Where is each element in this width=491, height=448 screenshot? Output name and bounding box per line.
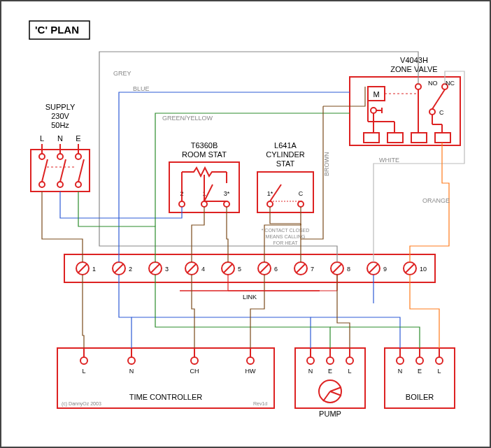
svg-line-67 — [151, 264, 159, 273]
junction-strip: 1 2 3 4 5 6 7 8 9 10 LINK — [64, 254, 435, 301]
svg-point-96 — [128, 357, 135, 364]
room-stat-label: ROOM STAT — [182, 150, 227, 159]
svg-point-100 — [247, 357, 254, 364]
svg-text:N: N — [308, 368, 313, 375]
svg-text:E: E — [328, 368, 332, 375]
svg-text:10: 10 — [420, 266, 427, 273]
svg-line-63 — [78, 264, 87, 273]
supply-label: SUPPLY — [45, 103, 76, 111]
supply-freq: 50Hz — [51, 121, 69, 129]
svg-point-52 — [267, 201, 273, 207]
svg-text:HW: HW — [246, 368, 256, 375]
svg-text:ORANGE: ORANGE — [422, 197, 450, 204]
svg-point-40 — [201, 201, 207, 207]
svg-text:1*: 1* — [267, 190, 273, 197]
time-controller-block: L N CH HW TIME CONTROLLER Rev1d (c) Dann… — [57, 348, 274, 408]
svg-point-122 — [416, 357, 423, 364]
svg-line-9 — [60, 159, 66, 182]
svg-point-38 — [179, 201, 185, 207]
svg-point-5 — [39, 182, 45, 187]
svg-text:E: E — [418, 368, 422, 375]
svg-line-8 — [42, 159, 48, 182]
svg-rect-51 — [257, 172, 313, 212]
svg-point-54 — [298, 201, 304, 207]
svg-text:L: L — [437, 368, 441, 375]
svg-text:6: 6 — [274, 266, 278, 273]
supply-n: N — [57, 134, 63, 143]
svg-text:1: 1 — [92, 266, 96, 273]
svg-text:2: 2 — [129, 266, 132, 273]
svg-point-98 — [191, 357, 198, 364]
svg-text:C: C — [299, 190, 304, 197]
svg-text:5: 5 — [238, 266, 241, 273]
svg-text:3: 3 — [165, 266, 169, 273]
svg-text:GREEN/YELLOW: GREEN/YELLOW — [162, 115, 213, 122]
svg-line-81 — [406, 264, 414, 273]
svg-text:CH: CH — [190, 368, 199, 375]
zone-valve-m: M — [373, 90, 379, 99]
link-label: LINK — [243, 294, 257, 301]
zone-valve-nc: NC — [446, 80, 455, 87]
svg-point-17 — [415, 84, 421, 89]
svg-text:9: 9 — [383, 266, 387, 273]
title-box: 'C' PLAN — [29, 21, 90, 39]
svg-line-75 — [297, 264, 305, 273]
svg-text:BLUE: BLUE — [133, 85, 150, 92]
svg-text:N: N — [129, 368, 134, 375]
supply-e: E — [76, 134, 80, 143]
zone-valve-c: C — [439, 109, 444, 116]
svg-point-42 — [224, 201, 229, 207]
svg-text:* CONTACT CLOSED: * CONTACT CLOSED — [262, 228, 310, 233]
svg-point-19 — [429, 109, 435, 115]
cyl-stat-model: L641A — [274, 141, 297, 150]
svg-line-69 — [187, 264, 196, 273]
cyl-stat-label1: CYLINDER — [266, 150, 305, 159]
svg-rect-24 — [364, 133, 379, 143]
supply-block: SUPPLY 230V 50Hz L N E — [31, 103, 90, 192]
cyl-stat-block: L641A CYLINDER STAT 1* C * CONTACT CLOSE… — [257, 141, 313, 245]
wiring-diagram: 'C' PLAN SUPPLY 230V 50Hz L N E V4043H Z… — [1, 1, 490, 447]
svg-point-7 — [76, 182, 81, 187]
svg-line-79 — [369, 264, 378, 273]
svg-rect-26 — [411, 133, 427, 143]
pump-label: PUMP — [319, 410, 341, 418]
time-controller-label: TIME CONTROLLER — [129, 393, 203, 401]
svg-point-23 — [371, 108, 376, 113]
svg-line-71 — [224, 264, 232, 273]
svg-point-124 — [436, 357, 443, 364]
svg-text:4: 4 — [201, 266, 205, 273]
pump-block: N E L PUMP — [295, 348, 365, 418]
boiler-label: BOILER — [406, 393, 434, 401]
svg-rect-27 — [435, 133, 450, 143]
svg-point-113 — [346, 357, 353, 364]
svg-text:BROWN: BROWN — [323, 152, 330, 177]
svg-line-77 — [333, 264, 341, 273]
svg-text:GREY: GREY — [113, 70, 131, 77]
svg-text:FOR HEAT: FOR HEAT — [273, 240, 299, 245]
svg-line-10 — [78, 159, 84, 182]
svg-point-4 — [76, 154, 81, 159]
svg-line-73 — [260, 264, 269, 273]
svg-line-20 — [432, 89, 445, 109]
svg-rect-25 — [387, 133, 403, 143]
svg-point-6 — [57, 182, 63, 187]
svg-text:L: L — [348, 368, 351, 375]
zone-valve-no: NO — [428, 80, 438, 87]
svg-text:3*: 3* — [224, 190, 230, 197]
supply-l: L — [40, 134, 44, 143]
svg-text:7: 7 — [311, 266, 314, 273]
zone-valve-label: ZONE VALVE — [390, 65, 437, 73]
svg-text:WHITE: WHITE — [379, 157, 399, 164]
svg-point-94 — [80, 357, 87, 364]
svg-text:N: N — [398, 368, 403, 375]
svg-point-3 — [57, 154, 63, 159]
zone-valve-block: V4043H ZONE VALVE M NO NC C — [350, 56, 460, 145]
page-title: 'C' PLAN — [35, 24, 79, 36]
room-stat-block: T6360B ROOM STAT 2 1 3* — [169, 141, 239, 212]
svg-point-109 — [307, 357, 314, 364]
svg-text:8: 8 — [347, 266, 350, 273]
svg-point-111 — [327, 357, 334, 364]
svg-text:(c) DannyOz 2003: (c) DannyOz 2003 — [62, 401, 101, 407]
wires: GREY BLUE GREEN/YELLOW — [42, 52, 464, 348]
svg-text:MEANS CALLING: MEANS CALLING — [266, 234, 306, 239]
